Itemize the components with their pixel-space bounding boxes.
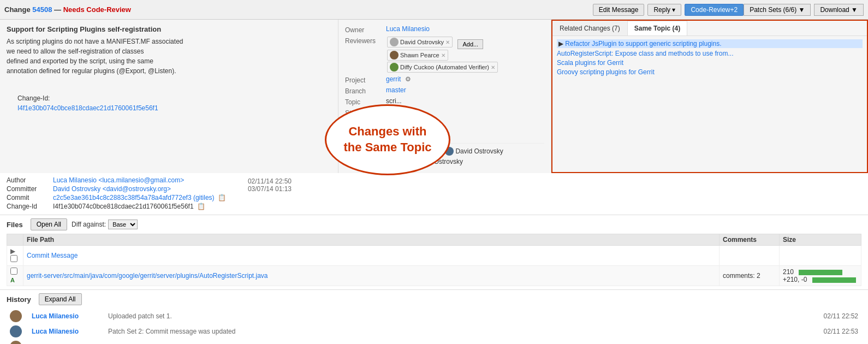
- open-all-button[interactable]: Open All: [31, 218, 67, 230]
- reviewer-remove-2[interactable]: ✕: [441, 52, 445, 58]
- commit-hash-value[interactable]: c2c5e3ae361b4c8c2883c38f54a78a4afd772ef3: [53, 194, 192, 201]
- reviewer-name-1: David Ostrovsky: [400, 39, 444, 45]
- history-header: History Expand All: [7, 293, 861, 305]
- related-item-0: ▶ Refactor JsPlugin to support generic s…: [557, 39, 863, 48]
- commit-meta-label: Commit: [7, 194, 53, 201]
- related-link-2[interactable]: Scala plugins for Gerrit: [557, 59, 623, 67]
- col-checkbox: [7, 234, 23, 246]
- history-author-0[interactable]: Luca Milanesio: [32, 312, 79, 320]
- reviewer-avatar-3: [390, 63, 399, 72]
- diff-against-label: Diff against:: [72, 221, 106, 228]
- branch-label: Branch: [345, 86, 386, 95]
- history-avatar-0: [10, 310, 22, 322]
- header-right: Patch Sets (6/6) ▼ Download ▼: [744, 4, 864, 16]
- vote-avatar-david2: [405, 157, 414, 166]
- update-row: Updat...: [345, 119, 544, 128]
- reviewer-remove-1[interactable]: ✕: [445, 39, 450, 45]
- author-meta-value[interactable]: Luca Milanesio <luca.milanesio@gmail.com…: [53, 176, 184, 184]
- download-button[interactable]: Download ▼: [814, 4, 864, 16]
- history-avatar-2: [10, 341, 22, 344]
- history-msg-0: Uploaded patch set 1.: [108, 312, 172, 320]
- vote-avatar-david: [445, 147, 454, 156]
- verified-vote-row: Verified +1 David Ostrovsky: [345, 157, 544, 166]
- related-link-0[interactable]: Refactor JsPlugin to support generic scr…: [565, 40, 721, 48]
- tab-related-changes[interactable]: Related Changes (7): [552, 21, 627, 35]
- file-path-0[interactable]: Commit Message: [27, 252, 78, 259]
- related-item-3: Groovy scripting plugins for Gerrit: [557, 68, 863, 76]
- reviewer-name-3: Diffy Cuckoo (Automated Verifier): [400, 64, 489, 70]
- collapse-icon[interactable]: ▶: [10, 247, 15, 255]
- reviewers-line3: Diffy Cuckoo (Automated Verifier) ✕: [386, 61, 499, 73]
- history-title: History: [7, 295, 31, 304]
- history-author-1[interactable]: Luca Milanesio: [32, 328, 79, 335]
- files-title: Files: [7, 221, 23, 229]
- size-bar-delta-1: [812, 277, 856, 283]
- patch-sets-button[interactable]: Patch Sets (6/6) ▼: [744, 4, 811, 16]
- file-comments-1: comments: 2: [720, 266, 780, 286]
- change-id-meta-label: Change-Id: [7, 203, 53, 210]
- gear-icon[interactable]: ⚙: [405, 75, 411, 83]
- code-review-pos: +1: [435, 147, 442, 155]
- verified-pos: +1: [394, 158, 402, 165]
- related-item-2: Scala plugins for Gerrit: [557, 59, 863, 67]
- verified-reviewer: David Ostrovsky: [415, 158, 463, 165]
- project-value[interactable]: gerrit: [386, 75, 401, 83]
- file-size-0: [780, 246, 861, 266]
- commit-body: As scripting plugins do not have a MANIF…: [7, 37, 331, 76]
- history-msg-1: Patch Set 2: Commit message was updated: [108, 328, 235, 335]
- check-button[interactable]: Che...: [345, 130, 371, 140]
- change-number-link[interactable]: 54508: [32, 5, 52, 14]
- tab-same-topic[interactable]: Same Topic (4): [627, 21, 687, 35]
- file-prefix-1: A: [10, 277, 15, 283]
- file-size-1: 210 +210, -0: [780, 266, 861, 286]
- diff-base-select[interactable]: Base: [108, 220, 138, 229]
- col-filepath: File Path: [23, 234, 720, 246]
- add-reviewer-button[interactable]: Add...: [457, 39, 483, 49]
- change-id-label: Change-Id:: [17, 94, 50, 102]
- reviewer-remove-3[interactable]: ✕: [491, 64, 495, 70]
- update-label: Updat...: [345, 119, 386, 128]
- related-content: ▶ Refactor JsPlugin to support generic s…: [552, 36, 867, 81]
- commit-gitiles-link[interactable]: (gitiles): [193, 194, 215, 201]
- committer-meta-label: Committer: [7, 185, 53, 193]
- branch-value[interactable]: master: [386, 86, 406, 94]
- history-section: History Expand All Luca Milanesio Upload…: [0, 290, 868, 344]
- copy-icon[interactable]: 📋: [218, 194, 226, 201]
- related-panel: Related Changes (7) Same Topic (4) ▶ Ref…: [551, 20, 868, 173]
- change-id-meta-value: I4f1e30b074c0bce818cdaec21d1760061f5e56f…: [53, 203, 194, 210]
- owner-value[interactable]: Luca Milanesio: [386, 25, 430, 33]
- reviewers-row: Reviewers David Ostrovsky ✕ Add... Shawn…: [345, 36, 544, 73]
- code-review-button[interactable]: Code-Review+2: [685, 4, 744, 16]
- topic-label: Topic: [345, 97, 386, 106]
- reviewer-chip-1: David Ostrovsky ✕: [387, 37, 453, 48]
- reply-button[interactable]: Reply ▾: [647, 4, 681, 16]
- change-status: Needs Code-Review: [63, 5, 131, 14]
- col-comments: Comments: [720, 234, 780, 246]
- code-review-neg: -1: [394, 147, 400, 155]
- committer-meta-value[interactable]: David Ostrovsky <david@ostrovsky.org>: [53, 185, 171, 193]
- edit-message-button[interactable]: Edit Message: [593, 4, 645, 16]
- reviewers-container: David Ostrovsky ✕ Add... Shawn Pearce ✕: [386, 36, 499, 73]
- reviewer-chip-2: Shawn Pearce ✕: [387, 50, 448, 61]
- author-meta-label: Author: [7, 176, 53, 184]
- vote-reviewer-david: David Ostrovsky: [455, 147, 503, 155]
- history-time-0: 02/11 22:52: [824, 312, 858, 320]
- related-link-1[interactable]: AutoRegisterScript: Expose class and met…: [557, 50, 733, 57]
- files-header: Files Open All Diff against: Base: [7, 218, 861, 230]
- related-item-1: AutoRegisterScript: Expose class and met…: [557, 50, 863, 57]
- change-id-link[interactable]: I4f1e30b074c0bce818cdaec21d1760061f5e56f…: [17, 104, 158, 112]
- history-time-1: 02/11 22:53: [824, 328, 858, 335]
- owner-row: Owner Luca Milanesio: [345, 25, 544, 34]
- file-checkbox-1[interactable]: [10, 268, 17, 275]
- copy-icon-2[interactable]: 📋: [197, 203, 205, 210]
- related-link-3[interactable]: Groovy scripting plugins for Gerrit: [557, 68, 655, 76]
- file-path-1[interactable]: gerrit-server/src/main/java/com/google/g…: [27, 272, 268, 280]
- file-checkbox-0[interactable]: [10, 255, 17, 262]
- table-row: A gerrit-server/src/main/java/com/google…: [7, 266, 861, 286]
- expand-all-button[interactable]: Expand All: [39, 293, 82, 305]
- project-row: Project gerrit ⚙: [345, 75, 544, 84]
- committer-meta-row: Committer David Ostrovsky <david@ostrovs…: [7, 185, 226, 193]
- project-label: Project: [345, 75, 386, 84]
- reviewer-panel: Owner Luca Milanesio Reviewers David Ost…: [338, 20, 551, 173]
- change-id-row: Change-Id: I4f1e30b074c0bce818cdaec21d17…: [7, 84, 331, 123]
